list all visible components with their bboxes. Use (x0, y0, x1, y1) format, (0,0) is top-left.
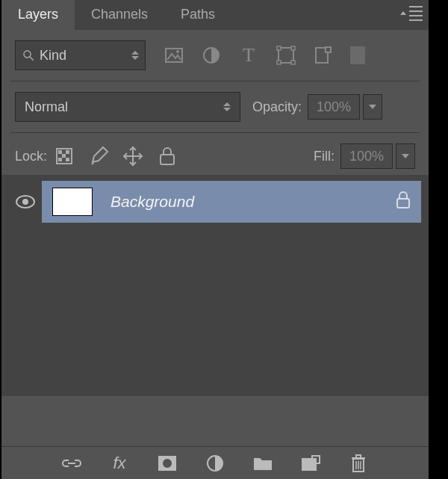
search-icon (22, 49, 35, 62)
filter-smartobject-icon[interactable] (313, 45, 334, 66)
layer-row[interactable]: Background (9, 181, 421, 223)
svg-rect-11 (326, 47, 331, 52)
svg-point-0 (24, 51, 31, 58)
layer-name[interactable]: Background (111, 193, 378, 211)
filter-shape-icon[interactable] (276, 45, 296, 66)
bottom-toolbar: fx (1, 446, 429, 479)
blend-row: Normal Opacity: 100% (1, 86, 429, 128)
lock-all-icon[interactable] (156, 145, 178, 167)
layer-thumbnail[interactable] (52, 188, 93, 216)
opacity-value[interactable]: 100% (308, 94, 360, 120)
fill-value[interactable]: 100% (340, 143, 393, 169)
panel-tabs: Layers Channels Paths (1, 0, 429, 30)
blend-mode-label: Normal (25, 99, 68, 115)
svg-rect-20 (161, 155, 174, 164)
filter-row: Kind T (1, 30, 429, 76)
svg-rect-13 (58, 150, 62, 154)
svg-rect-6 (277, 46, 281, 50)
trash-icon[interactable] (348, 453, 369, 474)
tab-paths[interactable]: Paths (164, 0, 231, 30)
adjustment-layer-icon[interactable] (205, 453, 225, 474)
lock-row: Lock: Fill: 100% (1, 137, 429, 175)
opacity-label: Opacity: (252, 99, 302, 115)
svg-rect-9 (291, 61, 295, 64)
svg-rect-15 (62, 154, 66, 158)
svg-point-3 (176, 50, 179, 53)
link-layers-icon[interactable] (61, 453, 82, 474)
filter-adjustment-icon[interactable] (201, 45, 222, 66)
filter-kind-dropdown[interactable]: Kind (15, 40, 146, 70)
visibility-toggle[interactable] (9, 194, 42, 209)
new-layer-icon[interactable] (300, 453, 321, 474)
svg-rect-16 (58, 158, 62, 161)
lock-label: Lock: (15, 149, 47, 164)
layers-list: Background (1, 175, 429, 396)
mask-icon[interactable] (157, 453, 178, 474)
filter-pixel-icon[interactable] (164, 45, 184, 66)
group-icon[interactable] (252, 453, 273, 474)
filter-toggle[interactable] (350, 46, 365, 64)
lock-position-icon[interactable] (122, 145, 144, 167)
lock-pixels-icon[interactable] (87, 145, 110, 167)
svg-rect-23 (397, 199, 409, 208)
fx-icon[interactable]: fx (109, 453, 130, 474)
tab-channels[interactable]: Channels (75, 0, 164, 30)
filter-type-icon[interactable]: T (238, 45, 259, 66)
svg-rect-2 (166, 49, 182, 62)
svg-point-22 (22, 199, 28, 205)
svg-rect-17 (66, 158, 69, 161)
svg-rect-27 (302, 458, 317, 471)
layer-lock-icon[interactable] (396, 191, 411, 212)
lock-transparency-icon[interactable] (53, 145, 75, 167)
fill-label: Fill: (314, 149, 335, 164)
svg-rect-14 (66, 150, 69, 154)
svg-line-1 (30, 57, 34, 61)
tab-layers[interactable]: Layers (1, 0, 75, 30)
panel-menu-button[interactable] (402, 6, 423, 21)
svg-point-25 (163, 459, 172, 468)
eye-icon (15, 194, 36, 209)
opacity-dropdown-arrow[interactable] (363, 94, 382, 120)
filter-kind-label: Kind (40, 48, 66, 64)
svg-rect-30 (356, 455, 361, 458)
svg-rect-8 (277, 61, 281, 64)
svg-rect-7 (291, 46, 295, 50)
blend-mode-dropdown[interactable]: Normal (15, 92, 240, 122)
fill-dropdown-arrow[interactable] (396, 143, 415, 169)
